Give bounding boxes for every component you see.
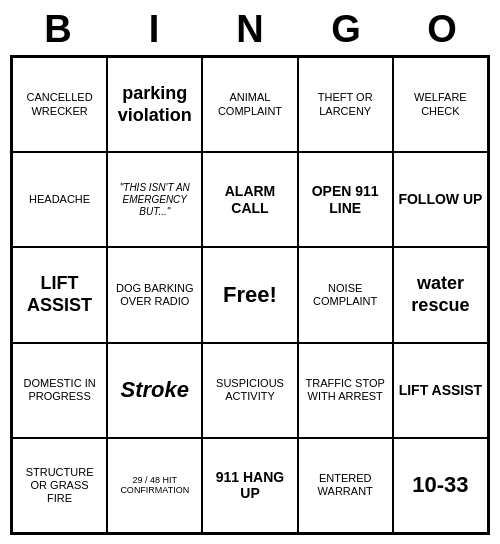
bingo-cell-23: ENTERED WARRANT [298, 438, 393, 533]
bingo-cell-21: 29 / 48 HIT CONFIRMATION [107, 438, 202, 533]
letter-n: N [210, 8, 290, 51]
bingo-cell-15: DOMESTIC IN PROGRESS [12, 343, 107, 438]
bingo-cell-16: Stroke [107, 343, 202, 438]
bingo-cell-4: WELFARE CHECK [393, 57, 488, 152]
letter-g: G [306, 8, 386, 51]
bingo-cell-18: TRAFFIC STOP WITH ARREST [298, 343, 393, 438]
bingo-cell-0: CANCELLED WRECKER [12, 57, 107, 152]
bingo-cell-9: FOLLOW UP [393, 152, 488, 247]
bingo-cell-3: THEFT OR LARCENY [298, 57, 393, 152]
bingo-cell-2: ANIMAL COMPLAINT [202, 57, 297, 152]
bingo-cell-5: HEADACHE [12, 152, 107, 247]
bingo-cell-14: water rescue [393, 247, 488, 342]
bingo-cell-17: SUSPICIOUS ACTIVITY [202, 343, 297, 438]
bingo-cell-12: Free! [202, 247, 297, 342]
bingo-cell-7: ALARM CALL [202, 152, 297, 247]
bingo-cell-1: parking violation [107, 57, 202, 152]
bingo-cell-13: NOISE COMPLAINT [298, 247, 393, 342]
bingo-cell-10: LIFT ASSIST [12, 247, 107, 342]
letter-o: O [402, 8, 482, 51]
bingo-title: B I N G O [10, 0, 490, 55]
bingo-cell-8: OPEN 911 LINE [298, 152, 393, 247]
bingo-cell-11: DOG BARKING OVER RADIO [107, 247, 202, 342]
letter-b: B [18, 8, 98, 51]
bingo-grid: CANCELLED WRECKERparking violationANIMAL… [10, 55, 490, 535]
bingo-cell-20: STRUCTURE OR GRASS FIRE [12, 438, 107, 533]
letter-i: I [114, 8, 194, 51]
bingo-cell-24: 10-33 [393, 438, 488, 533]
bingo-cell-19: LIFT ASSIST [393, 343, 488, 438]
bingo-cell-6: "THIS ISN'T AN EMERGENCY BUT..." [107, 152, 202, 247]
bingo-cell-22: 911 HANG UP [202, 438, 297, 533]
